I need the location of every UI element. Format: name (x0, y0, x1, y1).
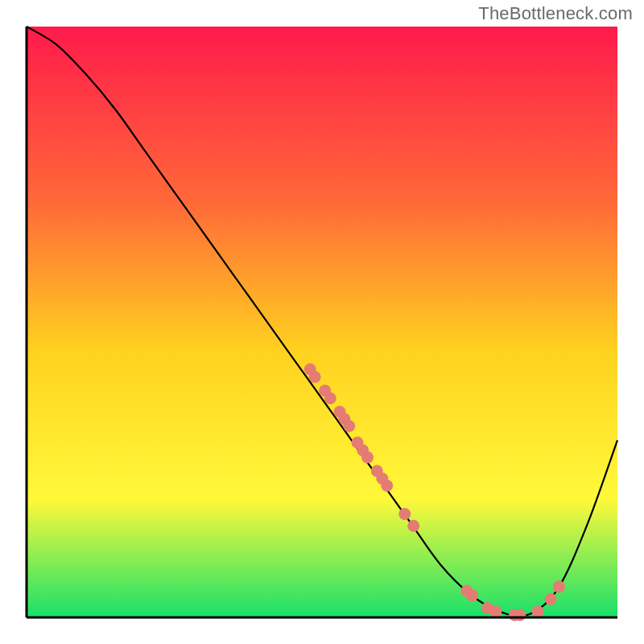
data-point (531, 605, 543, 617)
data-point (343, 420, 355, 432)
data-point (489, 605, 502, 617)
data-point (361, 452, 374, 464)
plot-area (27, 27, 617, 621)
data-point (545, 593, 557, 605)
gradient-background (27, 27, 617, 617)
data-point (553, 580, 565, 592)
watermark-text: TheBottleneck.com (478, 3, 633, 24)
chart-container: TheBottleneck.com (0, 0, 644, 644)
data-point (324, 392, 336, 404)
data-point (466, 589, 478, 601)
data-point (407, 520, 419, 532)
data-point (309, 371, 321, 383)
data-point (514, 609, 526, 621)
data-point (398, 508, 411, 520)
chart-svg (0, 0, 644, 644)
data-point (381, 480, 393, 492)
